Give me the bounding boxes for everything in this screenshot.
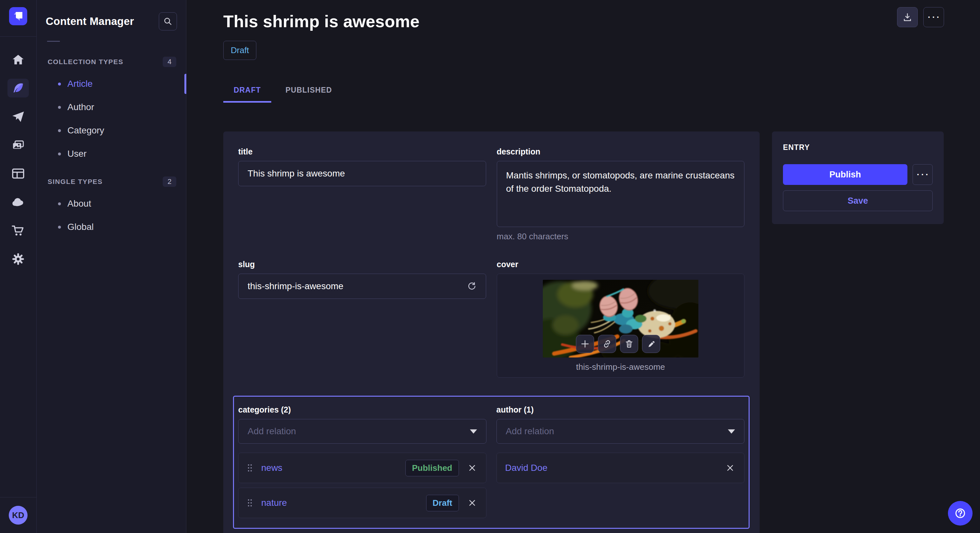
section-count-badge: 2 [163,176,176,187]
drag-handle-icon[interactable] [247,499,253,507]
sidebar-item-article[interactable]: Article [46,72,177,95]
title-field: title This shrimp is awesome [238,147,486,241]
status-badge: Draft [223,41,256,60]
sidebar-title: Content Manager [46,15,134,27]
entry-panel: ENTRY Publish ··· Save [772,132,944,224]
main-content: ··· This shrimp is awesome Draft DRAFT P… [186,0,980,533]
description-field: description Mantis shrimps, or stomatopo… [497,147,745,241]
relations-highlight-box: categories (2) Add relation [233,396,749,529]
remove-relation-button[interactable] [467,462,478,473]
search-icon [164,17,172,25]
field-hint: max. 80 characters [497,232,745,241]
bullet-icon [58,202,61,205]
status-badge: Draft [426,495,459,511]
sidebar-item-user[interactable]: User [46,142,177,165]
field-label: title [238,147,486,156]
categories-relation-select[interactable]: Add relation [238,419,487,444]
drag-handle-icon[interactable] [247,464,253,472]
strapi-logo[interactable] [9,7,27,25]
rail-divider [0,36,36,36]
cover-media-card: this-shrimp-is-awesome [497,274,745,378]
relation-item-news: news Published [238,453,487,483]
remove-relation-button[interactable] [725,462,736,473]
add-media-button[interactable] [576,335,594,353]
entry-panel-title: ENTRY [783,143,933,152]
question-mark-icon [954,507,966,519]
author-relation-select[interactable]: Add relation [496,419,745,444]
edit-media-button[interactable] [642,335,660,353]
regenerate-icon[interactable] [467,281,477,291]
chevron-down-icon [728,429,735,434]
more-icon: ··· [915,170,930,179]
field-label: slug [238,260,486,269]
delete-media-button[interactable] [620,335,638,353]
download-icon [902,12,912,22]
field-label: cover [497,260,745,269]
export-button[interactable] [897,7,918,27]
tab-published[interactable]: PUBLISHED [275,81,342,103]
marketplace-cart-icon[interactable] [8,221,29,240]
slug-field: slug this-shrimp-is-awesome [238,260,486,378]
bullet-icon [58,106,61,109]
cover-field: cover [497,260,745,378]
deploy-cloud-icon[interactable] [8,193,29,211]
save-button[interactable]: Save [783,190,933,211]
settings-gear-icon[interactable] [8,250,29,268]
bullet-icon [58,152,61,155]
sidebar-item-about[interactable]: About [46,192,177,215]
pencil-icon [646,339,655,348]
close-icon [468,499,476,507]
cover-image [543,280,698,357]
section-label: COLLECTION TYPES [48,58,124,66]
entry-more-button[interactable]: ··· [913,164,933,185]
sidebar-item-global[interactable]: Global [46,215,177,239]
version-tabs: DRAFT PUBLISHED [223,81,944,103]
bullet-icon [58,82,61,86]
close-icon [468,464,476,472]
section-count-badge: 4 [163,57,176,67]
user-avatar[interactable]: KD [9,506,27,525]
chevron-down-icon [470,429,477,434]
tab-draft[interactable]: DRAFT [223,81,271,103]
content-manager-icon[interactable] [8,79,29,97]
releases-icon[interactable] [8,107,29,126]
bullet-icon [58,226,61,228]
sidebar-item-category[interactable]: Category [46,119,177,142]
sidebar-divider [47,41,60,42]
slug-input[interactable]: this-shrimp-is-awesome [238,274,486,299]
status-badge: Published [406,460,458,476]
trash-icon [625,339,633,348]
header-more-button[interactable]: ··· [923,7,944,27]
edit-form-panel: title This shrimp is awesome description… [223,132,760,533]
strapi-logo-icon [13,11,24,22]
relation-link[interactable]: David Doe [505,463,548,473]
title-input[interactable]: This shrimp is awesome [238,161,486,186]
help-button[interactable] [948,501,972,525]
sidebar-item-author[interactable]: Author [46,95,177,119]
close-icon [726,464,734,472]
search-button[interactable] [159,12,177,30]
publish-button[interactable]: Publish [783,164,907,185]
content-manager-sidebar: Content Manager COLLECTION TYPES 4 Artic… [37,0,186,533]
media-library-icon[interactable] [8,136,29,154]
field-label: description [497,147,745,156]
copy-link-button[interactable] [598,335,616,353]
cover-filename: this-shrimp-is-awesome [503,362,738,372]
relation-link[interactable]: news [261,463,282,473]
rail-bottom-divider [0,497,36,497]
relation-link[interactable]: nature [261,498,287,508]
nav-rail: KD [0,0,37,533]
description-textarea[interactable]: Mantis shrimps, or stomatopods, are mari… [497,161,745,227]
collection-types-section: COLLECTION TYPES 4 Article Author Catego… [46,57,177,165]
bullet-icon [58,129,61,132]
content-type-builder-icon[interactable] [8,164,29,183]
relation-item-nature: nature Draft [238,488,487,518]
remove-relation-button[interactable] [467,497,478,508]
link-icon [603,339,611,348]
home-icon[interactable] [8,50,29,69]
more-icon: ··· [926,13,941,21]
field-label: author (1) [496,405,745,414]
categories-field: categories (2) Add relation [238,405,487,518]
cover-actions-toolbar [576,335,660,353]
single-types-section: SINGLE TYPES 2 About Global [46,176,177,239]
